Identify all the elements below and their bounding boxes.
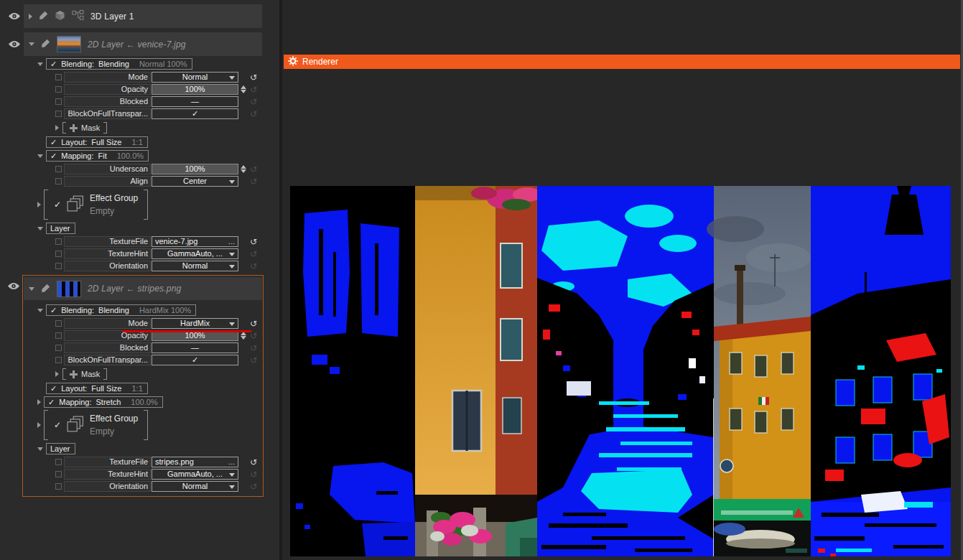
orientation-checkbox[interactable]	[55, 263, 62, 269]
collapse-chevron-icon[interactable]	[37, 309, 43, 312]
mapping-section-header[interactable]: ✓ Mapping: Stretch 100.0%	[44, 396, 163, 408]
reset-icon[interactable]: ↺	[248, 110, 259, 118]
reset-icon[interactable]: ↺	[248, 332, 259, 340]
align-checkbox[interactable]	[55, 178, 62, 185]
band-photo-1	[415, 186, 541, 556]
blending-section-header[interactable]: ✓ Blending: Blending Normal 100%	[46, 58, 192, 70]
eye-icon[interactable]	[7, 12, 22, 20]
collapse-chevron-icon[interactable]	[29, 42, 34, 46]
texture-hint-checkbox[interactable]	[55, 251, 62, 257]
boft-checkbox[interactable]	[55, 111, 62, 117]
layer-header-stripes[interactable]: 2D Layer ← stripes.png	[24, 277, 262, 300]
mapping-section-header[interactable]: ✓ Mapping: Fit 100.0%	[46, 150, 149, 162]
pencil-icon[interactable]	[41, 39, 50, 50]
browse-button[interactable]: ...	[228, 457, 235, 467]
layer-row-venice[interactable]: 2D Layer ← venice-7.jpg	[7, 32, 262, 56]
stepper-icon[interactable]	[241, 85, 246, 93]
reset-icon[interactable]: ↺	[248, 356, 259, 365]
layout-section-header[interactable]: ✓ Layout: Full Size 1:1	[46, 136, 148, 148]
reset-icon[interactable]: ↺	[248, 262, 259, 271]
boft-toggle[interactable]: ✓	[152, 108, 238, 119]
pencil-icon[interactable]	[41, 284, 50, 294]
boft-value: ✓	[192, 109, 198, 118]
opacity-checkbox[interactable]	[55, 332, 62, 339]
underscan-value-field[interactable]: 100%	[152, 164, 238, 174]
eye-icon[interactable]	[6, 282, 21, 290]
reset-icon[interactable]: ↺	[248, 250, 259, 258]
plus-icon[interactable]	[70, 124, 78, 132]
blocked-toggle[interactable]: —	[152, 96, 238, 107]
opacity-checkbox[interactable]	[55, 86, 62, 93]
texture-hint-value: GammaAuto, ...	[167, 249, 223, 258]
expand-chevron-icon[interactable]	[37, 202, 41, 207]
mode-checkbox[interactable]	[55, 74, 62, 80]
reset-icon[interactable]: ↺	[248, 165, 259, 174]
layer-section-header[interactable]: Layer	[46, 443, 75, 454]
texture-file-field[interactable]: venice-7.jpg...	[152, 236, 238, 247]
reset-icon[interactable]: ↺	[248, 73, 259, 82]
collapse-chevron-icon[interactable]	[37, 227, 43, 230]
effect-group-subtitle: Empty	[90, 206, 138, 216]
texture-file-field[interactable]: stripes.png...	[152, 457, 238, 467]
stripes-thumbnail[interactable]	[57, 281, 81, 297]
expand-chevron-icon[interactable]	[55, 125, 59, 131]
stepper-icon[interactable]	[241, 332, 246, 340]
mode-checkbox[interactable]	[55, 320, 62, 327]
boft-toggle[interactable]: ✓	[152, 355, 238, 365]
orientation-dropdown[interactable]: Normal	[152, 261, 238, 271]
stepper-icon[interactable]	[241, 165, 246, 173]
collapse-chevron-icon[interactable]	[37, 154, 43, 158]
texture-hint-dropdown[interactable]: GammaAuto, ...	[152, 469, 238, 480]
mode-dropdown[interactable]: Normal	[152, 72, 238, 83]
collapse-chevron-icon[interactable]	[37, 447, 43, 451]
mode-dropdown[interactable]: HardMix	[152, 318, 238, 329]
opacity-value-field[interactable]: 100%	[152, 84, 238, 95]
effect-group[interactable]: ✓ Effect Group Empty	[44, 410, 148, 440]
blocked-checkbox[interactable]	[55, 345, 62, 351]
expand-chevron-icon[interactable]	[29, 14, 32, 19]
reset-icon[interactable]: ↺	[248, 85, 259, 94]
gear-icon[interactable]	[288, 56, 298, 68]
underscan-checkbox[interactable]	[55, 166, 62, 172]
reset-icon[interactable]: ↺	[248, 238, 259, 246]
expand-chevron-icon[interactable]	[37, 422, 41, 428]
browse-button[interactable]: ...	[228, 237, 235, 246]
texture-hint-checkbox[interactable]	[55, 471, 62, 477]
blocked-checkbox[interactable]	[55, 98, 62, 105]
layer-header-venice[interactable]: 2D Layer ← venice-7.jpg	[24, 32, 262, 56]
blocked-toggle[interactable]: —	[152, 342, 238, 353]
mask-row[interactable]: Mask	[55, 121, 279, 134]
orientation-checkbox[interactable]	[55, 483, 62, 490]
venice-thumbnail[interactable]	[57, 36, 81, 52]
reset-icon[interactable]: ↺	[248, 319, 259, 328]
texture-file-checkbox[interactable]	[55, 238, 62, 245]
mask-row[interactable]: Mask	[55, 368, 263, 381]
orientation-dropdown[interactable]: Normal	[152, 481, 238, 492]
layer-section-header[interactable]: Layer	[46, 223, 75, 234]
align-dropdown[interactable]: Center	[152, 176, 238, 187]
blocked-value: —	[191, 343, 199, 352]
reset-icon[interactable]: ↺	[248, 98, 259, 106]
layer-header-3d[interactable]: 3D Layer 1	[24, 4, 262, 28]
layer-row-3d[interactable]: 3D Layer 1	[7, 4, 262, 28]
reset-icon[interactable]: ↺	[248, 458, 259, 467]
reset-icon[interactable]: ↺	[248, 482, 259, 491]
reset-icon[interactable]: ↺	[248, 344, 259, 353]
collapse-chevron-icon[interactable]	[37, 62, 43, 66]
renderer-header[interactable]: Renderer	[284, 55, 960, 69]
texture-file-checkbox[interactable]	[55, 459, 62, 465]
pencil-icon[interactable]	[39, 11, 48, 22]
reset-icon[interactable]: ↺	[248, 177, 259, 186]
reset-icon[interactable]: ↺	[248, 470, 259, 479]
collapse-chevron-icon[interactable]	[29, 287, 34, 291]
layout-section-header[interactable]: ✓ Layout: Full Size 1:1	[46, 383, 148, 394]
texture-hint-dropdown[interactable]: GammaAuto, ...	[152, 248, 238, 259]
eye-icon[interactable]	[7, 40, 22, 48]
blending-section-header[interactable]: ✓ Blending: Blending HardMix 100%	[46, 304, 196, 316]
plus-icon[interactable]	[70, 370, 78, 378]
effect-group[interactable]: ✓ Effect Group Empty	[44, 190, 148, 220]
boft-checkbox[interactable]	[55, 357, 62, 363]
expand-chevron-icon[interactable]	[37, 399, 41, 405]
expand-chevron-icon[interactable]	[55, 371, 59, 377]
effect-group-subtitle: Empty	[90, 426, 138, 437]
